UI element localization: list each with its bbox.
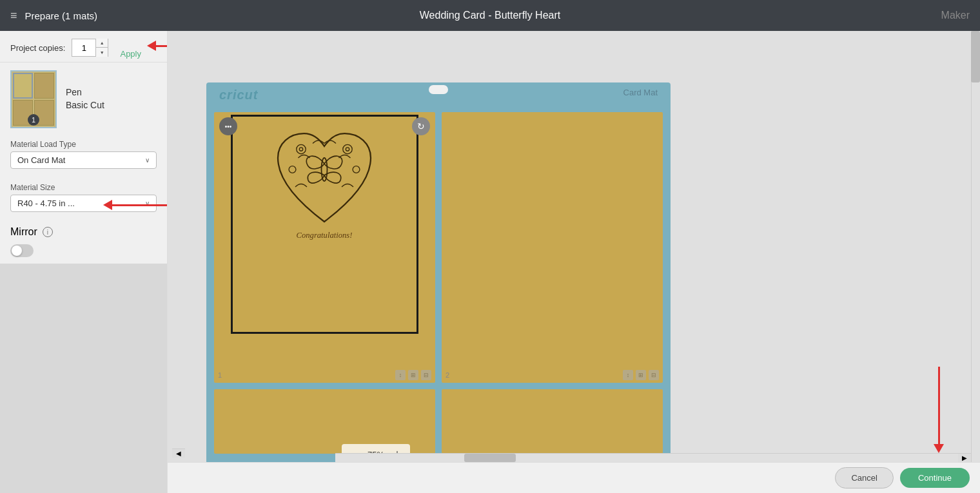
material-size-value: R40 - 4.75 in ...: [17, 198, 75, 208]
maker-label: Maker: [941, 10, 970, 21]
header-title: Wedding Card - Butterfly Heart: [420, 10, 560, 21]
horizontal-scrollbar[interactable]: [335, 453, 971, 462]
header-left: ≡ Prepare (1 mats): [10, 9, 97, 23]
copies-spinners: ▲ ▼: [95, 39, 108, 57]
toggle-knob: [12, 246, 22, 256]
continue-button[interactable]: Continue: [900, 468, 970, 488]
svg-point-1: [297, 144, 306, 153]
mat-sensor: [429, 85, 448, 94]
mat-number-badge: 1: [28, 114, 39, 126]
copies-input[interactable]: [72, 39, 95, 56]
mat-panel-2: 2 ↕ ⊞ ⊟: [442, 112, 663, 383]
card-mat-container: cricut Card Mat ••• ↻: [206, 82, 671, 464]
mat-section: 1 Pen Basic Cut: [0, 63, 167, 136]
mat-2-footer: 2 ↕ ⊞ ⊟: [446, 370, 659, 380]
mat-2-number: 2: [446, 371, 449, 379]
mat-cell-1: [13, 73, 33, 99]
mat-2-icon-2: ⊞: [636, 370, 646, 380]
material-size-section: R40 - 4.75 in ... ∨: [0, 195, 167, 218]
material-load-type-value: On Card Mat: [17, 155, 65, 165]
material-load-type-dropdown[interactable]: On Card Mat ∨: [10, 151, 157, 169]
svg-point-2: [300, 148, 303, 151]
mat-1-number: 1: [218, 371, 222, 379]
left-panel: Project copies: ▲ ▼ Apply: [0, 31, 168, 493]
card-slot: Congratulations!: [231, 115, 419, 334]
svg-point-3: [343, 144, 352, 153]
mirror-section: Mirror i: [0, 222, 167, 242]
mat-2-icon-1: ↕: [623, 370, 633, 380]
spin-down-button[interactable]: ▼: [96, 48, 108, 57]
mat-2-icon-3: ⊟: [649, 370, 659, 380]
basic-cut-label: Basic Cut: [66, 99, 104, 112]
material-load-type-section: On Card Mat ∨: [0, 151, 167, 175]
mirror-info-icon[interactable]: i: [43, 227, 53, 237]
pen-label: Pen: [66, 86, 104, 99]
arrow-copies: [147, 41, 168, 51]
arrow-size: [103, 200, 168, 210]
mirror-toggle-container: [0, 242, 167, 264]
v-scroll-thumb: [971, 31, 980, 82]
chevron-down-icon: ∨: [145, 157, 150, 164]
svg-text:Congratulations!: Congratulations!: [297, 231, 353, 240]
cancel-button[interactable]: Cancel: [835, 467, 893, 488]
apply-button[interactable]: Apply: [120, 49, 141, 59]
h-scroll-thumb: [464, 454, 516, 462]
scroll-left-btn[interactable]: ◀: [172, 449, 185, 458]
heart-design-svg: Congratulations!: [266, 117, 382, 246]
pen-info: Pen Basic Cut: [66, 86, 104, 111]
mat-cell-2: [34, 73, 54, 99]
mat-icon-1: ↕: [395, 370, 406, 380]
mirror-toggle[interactable]: [10, 244, 34, 257]
prepare-label: Prepare (1 mats): [25, 10, 98, 21]
header-right: Maker: [941, 10, 970, 21]
svg-point-5: [289, 166, 297, 173]
vertical-scrollbar[interactable]: [971, 31, 980, 493]
spin-up-button[interactable]: ▲: [96, 39, 108, 48]
mat-panel-4: [442, 389, 663, 454]
header: ≡ Prepare (1 mats) Wedding Card - Butter…: [0, 0, 980, 31]
mat-2-icons: ↕ ⊞ ⊟: [623, 370, 659, 380]
bottom-action-bar: Cancel Continue: [168, 462, 980, 493]
right-nav-buttons: ▶: [958, 453, 971, 462]
cricut-brand: cricut: [219, 88, 258, 102]
mat-panel-1: ••• ↻: [214, 112, 435, 383]
mat-1-icons: ↕ ⊞ ⊟: [395, 370, 431, 380]
mats-row-2: [214, 389, 663, 454]
mat-dots-btn[interactable]: •••: [219, 117, 237, 135]
header-center: Wedding Card - Butterfly Heart: [420, 10, 560, 21]
svg-point-6: [353, 166, 360, 173]
mat-thumbnail: 1: [10, 70, 57, 128]
mat-1-footer: 1 ↕ ⊞ ⊟: [218, 370, 431, 380]
card-mat-background: cricut Card Mat ••• ↻: [206, 82, 671, 464]
mat-icon-2: ⊞: [408, 370, 418, 380]
left-bottom-area: [0, 264, 167, 493]
scroll-right-btn[interactable]: ▶: [958, 453, 971, 462]
mirror-label: Mirror: [10, 226, 37, 238]
hamburger-icon[interactable]: ≡: [10, 9, 17, 23]
card-mat-label: Card Mat: [623, 88, 658, 97]
material-size-label: Material Size: [0, 179, 167, 195]
arrow-continue: [934, 367, 944, 453]
project-copies-section: Project copies: ▲ ▼ Apply: [0, 31, 167, 63]
svg-point-4: [346, 148, 349, 151]
canvas-area: cricut Card Mat ••• ↻: [168, 31, 980, 493]
project-copies-label: Project copies:: [10, 43, 65, 53]
copies-input-wrapper: ▲ ▼: [72, 39, 108, 57]
mat-refresh-btn[interactable]: ↻: [412, 117, 430, 135]
material-load-type-label: Material Load Type: [0, 136, 167, 151]
mats-row-1: ••• ↻: [214, 112, 663, 383]
main-layout: Project copies: ▲ ▼ Apply: [0, 31, 980, 493]
mat-icon-3: ⊟: [421, 370, 431, 380]
